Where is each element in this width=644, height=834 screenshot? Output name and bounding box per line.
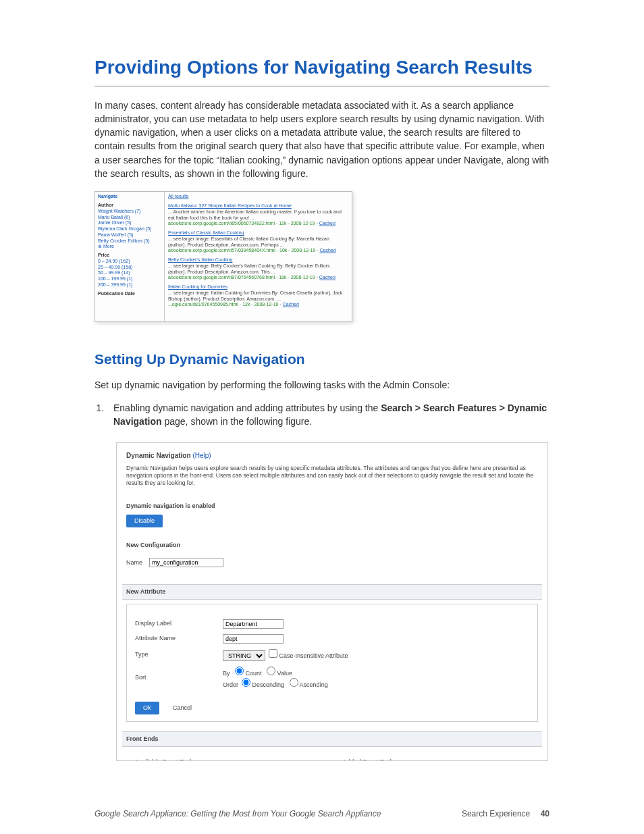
facet-price-item[interactable]: 0 – 24.99 (162) xyxy=(98,259,161,265)
facet-price-item[interactable]: 200 – 399.99 (1) xyxy=(98,282,161,288)
facet-author-item[interactable]: Paula Wolfert (5) xyxy=(98,232,161,238)
footer-section: Search Experience xyxy=(462,809,530,818)
available-front-ends-heading: Available Front Ends xyxy=(134,758,322,761)
step-text-pre: Enabling dynamic navigation and adding a… xyxy=(113,402,381,413)
section-para: Set up dynamic navigation by performing … xyxy=(95,378,549,392)
facet-author-item[interactable]: Betty Crocker Editors (5) xyxy=(98,238,161,244)
result-title[interactable]: Molto Italiano: 327 Simple Italian Recip… xyxy=(168,203,348,209)
result-url: ...ogle.com/d81/0764550985.html - 12k - … xyxy=(168,302,278,307)
search-result: Betty Crocker's Italian Cooking ... see … xyxy=(168,257,348,281)
order-label: Order xyxy=(223,681,238,688)
steps-list: Enabling dynamic navigation and adding a… xyxy=(107,401,549,429)
added-front-ends-heading: Added Front Ends xyxy=(342,758,530,761)
intro-paragraph: In many cases, content already has consi… xyxy=(95,99,549,181)
navigate-sidebar: Navigate Author Weight Watchers (7) Mari… xyxy=(95,192,165,321)
sort-by-value-radio[interactable] xyxy=(267,667,275,675)
type-select[interactable]: STRING xyxy=(223,650,265,661)
asc-label: Ascending xyxy=(300,681,328,688)
result-title[interactable]: Italian Cooking for Dummies xyxy=(168,284,348,290)
facet-author-heading: Author xyxy=(98,203,161,209)
order-desc-radio[interactable] xyxy=(242,678,250,687)
step-item: Enabling dynamic navigation and adding a… xyxy=(107,401,549,429)
dn-header: Dynamic Navigation (Help) xyxy=(126,451,538,461)
result-url: abookstore.corp.google.com/d57/039458404… xyxy=(168,248,315,253)
case-insensitive-label: Case-Insensitive Attribute xyxy=(279,652,348,659)
desc-label: Descending xyxy=(252,681,285,688)
dynamic-navigation-screenshot: Dynamic Navigation (Help) Dynamic Naviga… xyxy=(116,442,548,761)
search-results-screenshot: Navigate Author Weight Watchers (7) Mari… xyxy=(95,191,352,322)
facet-author-item[interactable]: Mario Batali (6) xyxy=(98,215,161,221)
front-ends-heading: Front Ends xyxy=(122,731,542,747)
cached-link[interactable]: Cached xyxy=(319,221,336,226)
facet-author-item[interactable]: Jamie Oliver (5) xyxy=(98,220,161,226)
config-form: Name xyxy=(126,555,230,570)
result-title[interactable]: Essentials of Classic Italian Cooking xyxy=(168,230,348,236)
result-title[interactable]: Betty Crocker's Italian Cooking xyxy=(168,257,348,263)
facet-pubdate-heading: Publication Date xyxy=(98,291,161,297)
name-input[interactable] xyxy=(149,558,223,567)
figure-1-container: Navigate Author Weight Watchers (7) Mari… xyxy=(95,191,549,322)
page-footer: Google Search Appliance: Getting the Mos… xyxy=(95,808,549,820)
disable-button[interactable]: Disable xyxy=(126,515,163,527)
facet-author-item[interactable]: Biyanna Clark Grogan (5) xyxy=(98,226,161,232)
facet-price-item[interactable]: 25 – 49.99 (158) xyxy=(98,265,161,271)
dn-enabled-status: Dynamic navigation is enabled xyxy=(126,502,538,511)
result-url: abookstore.corp.google.com/d87/076456076… xyxy=(168,275,315,280)
help-link[interactable]: (Help) xyxy=(192,452,211,459)
ok-button[interactable]: Ok xyxy=(135,702,159,714)
front-ends-box: Available Front Ends default_frontend >>… xyxy=(126,751,538,761)
type-label: Type xyxy=(135,646,223,664)
by-label: By xyxy=(223,670,230,677)
facet-more-link[interactable]: ⊕ More xyxy=(98,244,161,250)
new-attribute-heading: New Attribute xyxy=(122,584,542,600)
result-desc: ... see larger image. Essentials of Clas… xyxy=(168,236,348,249)
section-heading: Setting Up Dynamic Navigation xyxy=(95,349,549,369)
all-results-link[interactable]: All results xyxy=(168,194,348,200)
dn-description: Dynamic Navigation helps users explore s… xyxy=(126,465,538,487)
page-title: Providing Options for Navigating Search … xyxy=(95,54,549,86)
name-label: Name xyxy=(126,555,149,570)
cancel-button[interactable]: Cancel xyxy=(173,704,192,711)
attr-name-label: Attribute Name xyxy=(135,631,223,646)
search-result: Essentials of Classic Italian Cooking ..… xyxy=(168,230,348,254)
cached-link[interactable]: Cached xyxy=(283,302,299,307)
value-label: Value xyxy=(277,670,292,677)
result-desc: ... see larger image. Italian Cooking fo… xyxy=(168,290,348,303)
result-url: abookstore.corp.google.com/d65/006073492… xyxy=(168,221,315,226)
facet-price-heading: Price xyxy=(98,253,161,259)
display-input[interactable] xyxy=(223,619,284,629)
case-insensitive-checkbox[interactable] xyxy=(269,649,277,658)
footer-page-number: 40 xyxy=(541,809,549,818)
result-desc: ... Another winner from the American Ita… xyxy=(168,209,348,221)
navigate-heading: Navigate xyxy=(98,194,161,200)
attr-name-input[interactable] xyxy=(223,634,284,644)
search-result: Molto Italiano: 327 Simple Italian Recip… xyxy=(168,203,348,227)
facet-price-item[interactable]: 50 – 99.99 (14) xyxy=(98,270,161,276)
step-text-post: page, shown in the following figure. xyxy=(162,416,313,427)
dn-title: Dynamic Navigation xyxy=(126,452,191,459)
display-label: Display Label xyxy=(135,617,223,631)
count-label: Count xyxy=(246,670,262,677)
sort-by-count-radio[interactable] xyxy=(235,667,244,675)
facet-author-item[interactable]: Weight Watchers (7) xyxy=(98,209,161,215)
cached-link[interactable]: Cached xyxy=(319,275,336,280)
search-result: Italian Cooking for Dummies ... see larg… xyxy=(168,284,348,308)
new-config-heading: New Configuration xyxy=(126,541,538,550)
footer-left: Google Search Appliance: Getting the Mos… xyxy=(95,808,381,820)
attribute-box: Display Label Attribute Name Type STRING… xyxy=(126,604,538,722)
result-desc: ... see larger image. Betty Crocker's It… xyxy=(168,263,348,276)
results-column: All results Molto Italiano: 327 Simple I… xyxy=(165,192,352,321)
cached-link[interactable]: Cached xyxy=(320,248,336,253)
facet-price-item[interactable]: 100 – 199.99 (1) xyxy=(98,276,161,282)
sort-label: Sort xyxy=(135,664,223,692)
order-asc-radio[interactable] xyxy=(290,678,298,687)
